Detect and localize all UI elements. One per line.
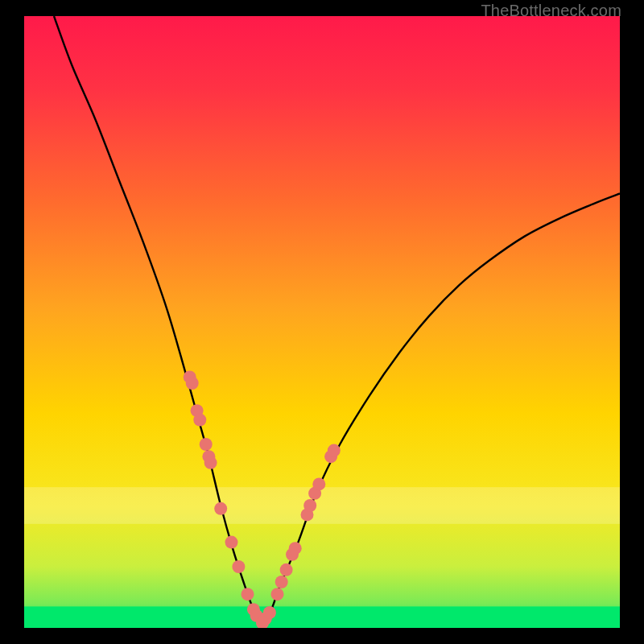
data-point-marker [204, 456, 217, 469]
data-point-marker [214, 502, 227, 515]
data-point-marker [193, 414, 206, 427]
pale-highlight-band [24, 487, 620, 524]
data-point-marker [275, 576, 288, 588]
data-point-marker [303, 499, 316, 512]
data-point-marker [312, 477, 325, 490]
data-point-marker [232, 560, 245, 573]
watermark-text: TheBottleneck.com [481, 2, 621, 20]
data-point-marker [225, 536, 238, 549]
data-point-marker [186, 377, 199, 390]
green-bottom-band [24, 606, 620, 628]
data-point-marker [242, 588, 254, 601]
data-point-marker [289, 542, 302, 555]
chart-frame [24, 16, 620, 628]
data-point-marker [328, 444, 341, 457]
chart-svg [24, 16, 620, 628]
gradient-background [24, 16, 620, 628]
data-point-marker [271, 588, 284, 601]
data-point-marker [200, 438, 213, 451]
data-point-marker [263, 606, 276, 619]
data-point-marker [280, 564, 293, 576]
